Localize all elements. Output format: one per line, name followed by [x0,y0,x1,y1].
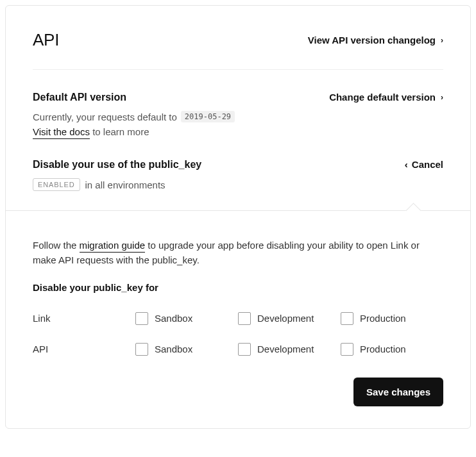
view-changelog-label: View API version changelog [308,35,436,46]
status-suffix: in all environments [85,179,166,190]
follow-prefix: Follow the [33,240,76,251]
cb-label: Production [360,344,406,354]
section-head: Default API version Change default versi… [33,92,443,103]
save-changes-button[interactable]: Save changes [353,378,443,406]
cb-link-production: Production [341,312,443,325]
checkbox-table: Link Sandbox Development Production API … [33,312,443,356]
cb-link-sandbox: Sandbox [135,312,238,325]
cb-label: Sandbox [155,313,192,324]
disable-public-key-section: Disable your use of the public_key ‹ Can… [33,137,443,191]
docs-row: Visit the docs to learn more [33,126,443,137]
migration-guide-link[interactable]: migration guide [80,240,146,253]
checkbox-link-sandbox[interactable] [135,312,148,325]
chevron-right-icon: › [441,94,443,101]
cb-api-sandbox: Sandbox [135,343,238,356]
view-changelog-link[interactable]: View API version changelog › [308,35,443,46]
checkbox-link-development[interactable] [238,312,251,325]
chevron-right-icon: › [441,37,443,44]
disable-panel: Follow the migration guide to upgrade yo… [6,210,470,428]
chevron-left-icon: ‹ [405,159,408,170]
panel-subtitle: Disable your public_key for [33,282,443,293]
cb-label: Development [257,313,314,324]
cb-label: Sandbox [155,344,192,354]
page-title: API [33,30,59,50]
row-label-link: Link [33,313,135,324]
change-default-version-link[interactable]: Change default version › [329,92,443,103]
visit-docs-link[interactable]: Visit the docs [33,126,90,139]
checkbox-link-production[interactable] [341,312,353,325]
cb-label: Development [257,344,314,354]
change-default-version-label: Change default version [329,92,436,103]
version-chip: 2019-05-29 [181,111,235,122]
status-badge: ENABLED [33,178,80,191]
cancel-link[interactable]: ‹ Cancel [405,159,443,170]
checkbox-api-sandbox[interactable] [135,343,148,356]
header-row: API View API version changelog › [33,30,443,70]
actions-row: Save changes [33,378,443,406]
card-inner: API View API version changelog › Default… [6,6,470,191]
api-settings-card: API View API version changelog › Default… [5,5,471,429]
cb-link-development: Development [238,312,341,325]
section-head: Disable your use of the public_key ‹ Can… [33,159,443,170]
cb-api-development: Development [238,343,341,356]
row-label-api: API [33,344,135,354]
currently-prefix: Currently, your requests default to [33,112,177,122]
cancel-label: Cancel [412,159,443,170]
learn-more-text: to learn more [92,126,149,137]
default-version-section: Default API version Change default versi… [33,70,443,137]
checkbox-api-development[interactable] [238,343,251,356]
status-row: ENABLED in all environments [33,178,443,191]
checkbox-api-production[interactable] [341,343,353,356]
default-version-title: Default API version [33,92,126,103]
disable-public-key-title: Disable your use of the public_key [33,159,201,170]
cb-label: Production [360,313,406,324]
version-row: Currently, your requests default to 2019… [33,111,443,122]
cb-api-production: Production [341,343,443,356]
panel-text: Follow the migration guide to upgrade yo… [33,238,443,268]
